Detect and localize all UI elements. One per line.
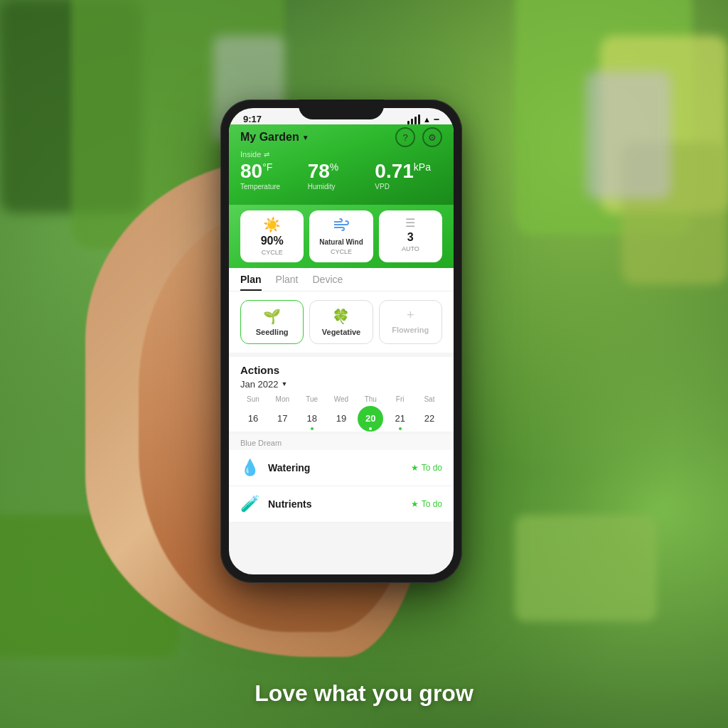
humidity-stat: 78% Humidity (308, 161, 375, 191)
tagline: Love what you grow (0, 680, 728, 707)
wifi-icon: ▲ (423, 115, 431, 124)
signal-icon (407, 114, 420, 124)
watering-icon: 💧 (240, 459, 259, 477)
sunlight-card[interactable]: ☀️ 90% CYCLE (240, 210, 304, 262)
nutrients-icon: 🧪 (240, 495, 259, 513)
month-chevron-icon: ▼ (282, 380, 288, 387)
vpd-stat: 0.71kPa VPD (375, 161, 442, 191)
actions-title: Actions (240, 364, 442, 376)
tab-device[interactable]: Device (313, 274, 343, 291)
bg-plant-6 (515, 515, 657, 621)
status-icons: ▲ (407, 114, 439, 124)
cal-day-21[interactable]: 21 (387, 406, 413, 432)
seedling-icon: 🌱 (263, 308, 281, 325)
tab-plan[interactable]: Plan (240, 274, 262, 291)
nav-bar: My Garden ▼ ? ⚙ (240, 127, 442, 147)
fan-card[interactable]: ☰ 3 AUTO (379, 210, 442, 262)
sync-icon: ⇌ (264, 151, 269, 159)
cal-day-18[interactable]: 18 (299, 406, 325, 432)
star-icon-2: ★ (411, 499, 419, 509)
star-icon: ★ (411, 463, 419, 473)
plant-label: Blue Dream (229, 434, 454, 450)
header-green: My Garden ▼ ? ⚙ Inside ⇌ 80°F (229, 124, 454, 205)
inside-label: Inside ⇌ (240, 150, 442, 159)
tab-plant[interactable]: Plant (276, 274, 299, 291)
status-time: 9:17 (243, 114, 262, 124)
stage-vegetative[interactable]: 🍀 Vegetative (309, 300, 373, 344)
garden-title[interactable]: My Garden ▼ (240, 131, 309, 144)
cal-day-20[interactable]: 20 (358, 406, 383, 432)
stages-row: 🌱 Seedling 🍀 Vegetative + Flowering (229, 291, 454, 353)
phone-frame: 9:17 ▲ My Garden ▼ (220, 100, 462, 583)
tab-bar: Plan Plant Device (229, 268, 454, 291)
phone-screen: 9:17 ▲ My Garden ▼ (229, 108, 454, 574)
stage-flowering[interactable]: + Flowering (379, 300, 442, 344)
month-selector[interactable]: Jan 2022 ▼ (240, 379, 442, 390)
fan-icon: ☰ (405, 216, 415, 230)
nutrients-status: ★ To do (411, 499, 442, 509)
action-list: Blue Dream 💧 Watering ★ To do 🧪 Nutrient… (229, 434, 454, 523)
cal-day-17[interactable]: 17 (269, 406, 295, 432)
action-watering[interactable]: 💧 Watering ★ To do (229, 450, 454, 486)
bg-plant-8 (586, 71, 671, 199)
chevron-down-icon: ▼ (302, 134, 309, 141)
wind-icon (333, 216, 350, 237)
nav-icons: ? ⚙ (395, 127, 442, 147)
phone-notch (299, 100, 384, 119)
stats-row: 80°F Temperature 78% Humidity 0.71kPa (240, 161, 442, 191)
cards-row: ☀️ 90% CYCLE Natural Wind CYCLE ☰ (229, 205, 454, 268)
wind-card[interactable]: Natural Wind CYCLE (309, 210, 373, 262)
cal-day-16[interactable]: 16 (240, 406, 266, 432)
action-nutrients[interactable]: 🧪 Nutrients ★ To do (229, 486, 454, 523)
vegetative-icon: 🍀 (332, 308, 350, 325)
temperature-stat: 80°F Temperature (240, 161, 308, 191)
stage-seedling[interactable]: 🌱 Seedling (240, 300, 304, 344)
watering-status: ★ To do (411, 463, 442, 473)
sun-icon: ☀️ (263, 216, 281, 233)
calendar-header: Sun Mon Tue Wed Thu Fri Sat (240, 395, 442, 403)
help-icon[interactable]: ? (395, 127, 415, 147)
actions-section: Actions Jan 2022 ▼ Sun Mon Tue Wed Thu F… (229, 357, 454, 432)
battery-icon (434, 119, 439, 120)
phone-wrapper: 9:17 ▲ My Garden ▼ (220, 100, 462, 583)
calendar-days: 16 17 18 19 20 21 22 (240, 406, 442, 432)
cal-day-19[interactable]: 19 (328, 406, 354, 432)
cal-day-22[interactable]: 22 (417, 406, 442, 432)
settings-icon[interactable]: ⚙ (422, 127, 442, 147)
add-stage-icon: + (407, 308, 414, 323)
